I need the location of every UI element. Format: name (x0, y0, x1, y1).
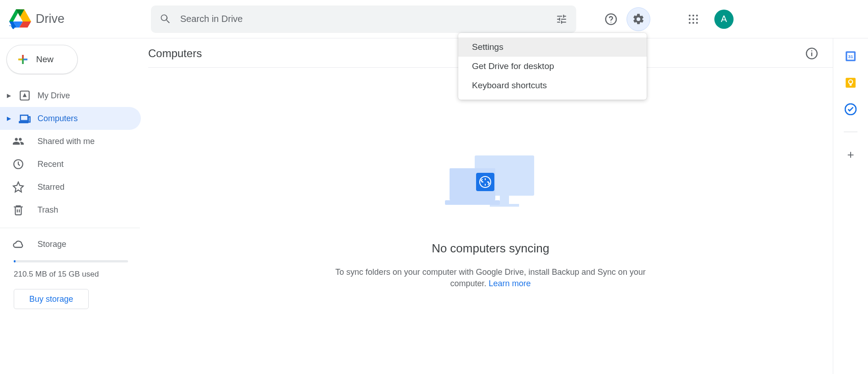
account-avatar[interactable]: A (714, 10, 734, 29)
dropdown-item-label: Settings (472, 42, 504, 52)
expand-icon[interactable]: ▶ (5, 115, 12, 122)
learn-more-link[interactable]: Learn more (488, 279, 530, 288)
header-actions: A (599, 7, 734, 31)
sidebar-item-recent[interactable]: Recent (0, 153, 141, 176)
support-button[interactable] (599, 7, 623, 31)
search-bar[interactable] (151, 5, 576, 33)
svg-point-9 (692, 15, 694, 16)
svg-point-15 (692, 22, 694, 24)
star-icon (12, 181, 25, 193)
dropdown-item-keyboard-shortcuts[interactable]: Keyboard shortcuts (458, 76, 647, 95)
svg-rect-26 (476, 173, 494, 191)
calendar-app-icon[interactable]: 31 (844, 49, 857, 63)
drive-logo-area[interactable]: Drive (9, 9, 151, 29)
dropdown-item-settings[interactable]: Settings (458, 37, 647, 57)
svg-point-20 (811, 50, 812, 51)
header: Drive A (0, 0, 868, 38)
svg-point-6 (605, 14, 616, 24)
sidebar-item-my-drive[interactable]: ▶ My Drive (0, 84, 141, 107)
empty-state: No computers syncing To sync folders on … (148, 155, 833, 289)
view-details-button[interactable] (803, 44, 821, 63)
side-panel-divider (844, 132, 857, 132)
new-button[interactable]: New (6, 45, 78, 74)
cloud-icon (12, 238, 25, 251)
svg-point-8 (689, 15, 691, 16)
product-name: Drive (36, 12, 64, 26)
sidebar-item-label: Starred (38, 182, 64, 192)
sidebar-item-label: My Drive (38, 91, 70, 101)
buy-storage-label: Buy storage (29, 294, 73, 304)
new-button-label: New (36, 54, 54, 64)
svg-text:31: 31 (848, 54, 853, 59)
recent-icon (12, 158, 25, 171)
dropdown-item-drive-desktop[interactable]: Get Drive for desktop (458, 57, 647, 76)
sidebar-item-label: Computers (38, 114, 78, 123)
storage-progress-fill (14, 260, 16, 262)
sidebar-item-label: Recent (38, 160, 64, 169)
svg-point-16 (696, 22, 698, 24)
svg-point-7 (611, 21, 611, 22)
shared-icon (12, 135, 25, 148)
nav: ▶ My Drive ▶ Computers Shared with me (0, 84, 142, 221)
plus-icon (16, 53, 30, 66)
svg-point-12 (692, 18, 694, 20)
drive-logo-icon (9, 9, 31, 29)
my-drive-icon (18, 89, 31, 102)
storage-usage-text: 210.5 MB of 15 GB used (14, 270, 142, 279)
buy-storage-button[interactable]: Buy storage (14, 289, 89, 309)
svg-rect-22 (500, 196, 509, 204)
get-addons-button[interactable]: + (844, 148, 857, 161)
keep-app-icon[interactable] (844, 76, 857, 90)
sidebar-item-label: Trash (38, 205, 58, 215)
svg-point-13 (696, 18, 698, 20)
settings-button[interactable] (627, 7, 650, 31)
sidebar-item-starred[interactable]: Starred (0, 176, 141, 198)
side-panel: 31 + (833, 38, 868, 374)
sidebar-item-storage[interactable]: Storage (0, 233, 141, 256)
sidebar-divider (0, 228, 140, 228)
sidebar-item-label: Shared with me (38, 137, 95, 146)
sidebar-item-computers[interactable]: ▶ Computers (0, 107, 141, 130)
search-input[interactable] (180, 14, 547, 24)
dropdown-item-label: Get Drive for desktop (472, 61, 554, 71)
search-options-icon[interactable] (555, 13, 568, 26)
sidebar-item-trash[interactable]: Trash (0, 198, 141, 221)
computers-icon (18, 112, 31, 125)
settings-dropdown: Settings Get Drive for desktop Keyboard … (458, 33, 647, 100)
avatar-initial: A (721, 14, 727, 24)
expand-icon[interactable]: ▶ (5, 92, 12, 99)
svg-point-14 (689, 22, 691, 24)
svg-rect-25 (445, 200, 500, 205)
empty-state-description: To sync folders on your computer with Go… (331, 267, 651, 289)
trash-icon (12, 203, 25, 216)
search-icon[interactable] (159, 13, 172, 26)
svg-rect-32 (850, 84, 852, 85)
svg-point-10 (696, 15, 698, 16)
svg-point-11 (689, 18, 691, 20)
empty-state-illustration (445, 155, 536, 214)
google-apps-button[interactable] (681, 7, 705, 31)
tasks-app-icon[interactable] (844, 102, 857, 116)
page-title: Computers (148, 47, 202, 60)
sidebar-item-label: Storage (38, 240, 66, 249)
sidebar: New ▶ My Drive ▶ Computers (0, 38, 142, 374)
dropdown-item-label: Keyboard shortcuts (472, 80, 547, 91)
empty-state-title: No computers syncing (432, 241, 549, 256)
storage-progress-bar (14, 260, 128, 262)
sidebar-item-shared[interactable]: Shared with me (0, 130, 141, 153)
